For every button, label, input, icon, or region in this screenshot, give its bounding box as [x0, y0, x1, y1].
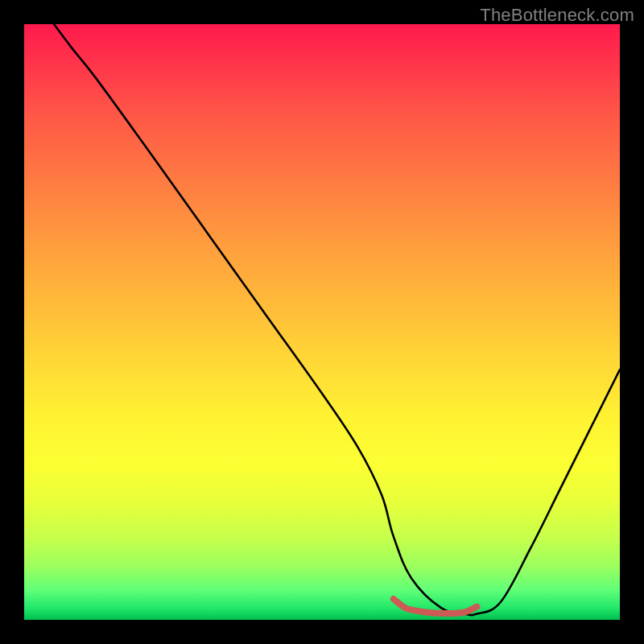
chart-svg [24, 24, 620, 620]
bottleneck-curve-path [54, 24, 620, 615]
chart-plot-area [24, 24, 620, 620]
watermark-label: TheBottleneck.com [480, 5, 634, 26]
chart-frame: TheBottleneck.com [0, 0, 644, 644]
optimal-range-marker-path [394, 599, 477, 613]
